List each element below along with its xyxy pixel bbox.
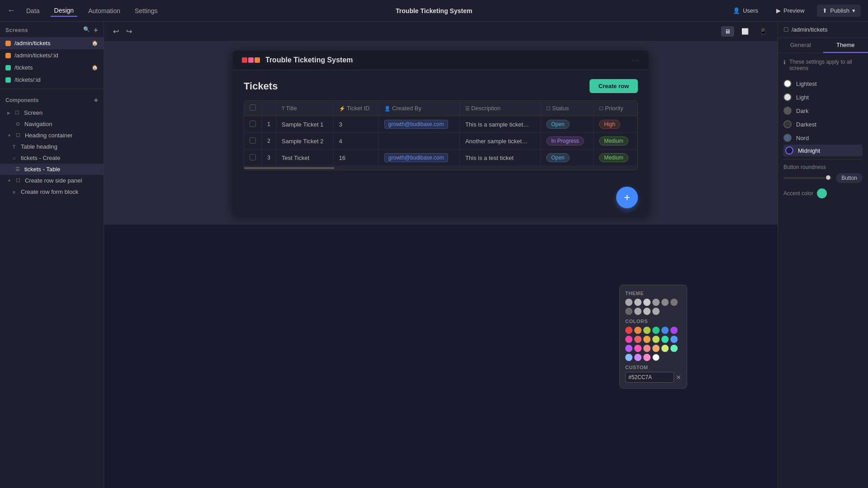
theme-dark[interactable]: Dark [783,104,863,117]
theme-color-4[interactable] [652,299,660,306]
tab-design[interactable]: Design [51,5,78,17]
roundness-slider[interactable] [783,177,832,179]
color-lime2[interactable] [652,336,660,343]
col-status[interactable]: ☐ Status [541,101,594,116]
table-row[interactable]: 1 Sample Ticket 1 3 growth@budibase.com … [244,116,637,133]
screen-item-admin-tickets[interactable]: /admin/tickets 🏠 [0,37,104,49]
table-header-row: T Title ⚡ Ticket ID 👤 Created By ☰ Descr… [244,101,637,116]
color-red2[interactable] [634,336,642,343]
theme-color-1[interactable] [625,299,632,306]
theme-color-3[interactable] [643,299,651,306]
comp-table-heading[interactable]: T Table heading [0,141,104,152]
theme-color-8[interactable] [634,308,642,315]
theme-color-9[interactable] [643,308,651,315]
color-red[interactable] [625,327,632,334]
theme-light[interactable]: Light [783,90,863,104]
canvas-area: ↩ ↪ 🖥 ⬜ 📱 [104,22,778,225]
undo-button[interactable]: ↩ [111,25,121,38]
theme-color-7[interactable] [625,308,632,315]
theme-lightest[interactable]: Lightest [783,77,863,90]
tab-data[interactable]: Data [23,5,43,16]
theme-color-5[interactable] [661,299,669,306]
row-checkbox-cell2[interactable] [244,133,262,150]
comp-create-row-side-panel[interactable]: ▼ ☐ Create row side panel [0,175,104,186]
theme-options: Lightest Light Dark Darkest Nord [783,77,863,156]
col-checkbox[interactable] [244,101,262,116]
color-orange3[interactable] [652,345,660,352]
row-checkbox-cell3[interactable] [244,150,262,166]
custom-color-input[interactable] [625,372,674,383]
redo-button[interactable]: ↪ [124,25,134,38]
col-created-by[interactable]: 👤 Created By [379,101,460,116]
color-teal2[interactable] [661,336,669,343]
color-purple2[interactable] [625,345,632,352]
col-priority[interactable]: ☐ Priority [594,101,637,116]
screen-item-tickets-id[interactable]: /tickets/:id [0,74,104,86]
theme-darkest[interactable]: Darkest [783,117,863,131]
main-layout: Screens 🔍 + /admin/tickets 🏠 /admin/tick… [0,22,868,488]
view-desktop-button[interactable]: 🖥 [721,26,734,37]
row-checkbox[interactable] [250,121,256,127]
color-teal[interactable] [652,327,660,334]
color-purple3[interactable] [634,354,642,361]
add-component-icon[interactable]: + [94,96,98,104]
comp-navigation[interactable]: ⊙ Navigation [0,118,104,130]
back-button[interactable]: ← [7,6,15,15]
table-row[interactable]: 2 Sample Ticket 2 4 Another sample ticke… [244,133,637,150]
publish-button[interactable]: ⬆ Publish ▾ [817,5,861,17]
tab-automation[interactable]: Automation [85,5,124,16]
comp-tickets-create[interactable]: ○ tickets - Create [0,152,104,164]
accent-color-swatch[interactable] [817,188,827,198]
row-checkbox-cell[interactable] [244,116,262,133]
theme-color-10[interactable] [652,308,660,315]
screen-dot-orange [5,41,11,46]
color-white[interactable] [652,354,660,361]
theme-color-2[interactable] [634,299,642,306]
theme-midnight[interactable]: Midnight [783,145,863,156]
color-teal3[interactable] [670,345,678,352]
comp-create-row-form-block[interactable]: ≡ Create row form block [0,186,104,197]
users-button[interactable]: 👤 Users [727,5,764,16]
table-scrollbar[interactable] [244,166,637,170]
color-pink[interactable] [625,336,632,343]
color-orange2[interactable] [643,336,651,343]
theme-nord[interactable]: Nord [783,131,863,145]
fab-area: + [233,179,649,216]
comp-screen[interactable]: ▶ ☐ Screen [0,107,104,118]
header-checkbox[interactable] [250,104,256,111]
col-ticket-id[interactable]: ⚡ Ticket ID [333,101,378,116]
row-checkbox3[interactable] [250,154,256,160]
tab-settings[interactable]: Settings [131,5,161,16]
tab-theme[interactable]: Theme [823,38,868,53]
color-blue[interactable] [661,327,669,334]
comp-tickets-table[interactable]: ☰ tickets - Table [0,164,104,175]
table-row[interactable]: 3 Test Ticket 16 growth@budibase.com Thi… [244,150,637,166]
screen-item-admin-tickets-id[interactable]: /admin/tickets/:id [0,49,104,61]
color-blue3[interactable] [625,354,632,361]
row-checkbox2[interactable] [250,137,256,144]
color-pink2[interactable] [634,345,642,352]
preview-button[interactable]: ▶ Preview [771,5,810,16]
color-orange[interactable] [634,327,642,334]
view-mobile-button[interactable]: 📱 [756,26,770,37]
fab-button[interactable]: + [616,187,638,208]
col-description[interactable]: ☰ Description [460,101,541,116]
color-lime[interactable] [643,327,651,334]
create-row-button[interactable]: Create row [590,79,638,93]
col-title[interactable]: T Title [276,101,334,116]
color-red3[interactable] [643,345,651,352]
comp-heading-container[interactable]: ▼ ☐ Heading container [0,130,104,141]
tab-general[interactable]: General [778,38,823,53]
color-pink3[interactable] [643,354,651,361]
clear-custom-color-button[interactable]: ✕ [676,374,681,381]
canvas-wrapper: ↩ ↪ 🖥 ⬜ 📱 [104,22,778,488]
add-screen-icon[interactable]: + [94,26,98,34]
theme-color-6[interactable] [670,299,678,306]
color-blue2[interactable] [670,336,678,343]
color-lime3[interactable] [661,345,669,352]
search-icon[interactable]: 🔍 [83,26,90,34]
view-tablet-button[interactable]: ⬜ [738,26,752,37]
color-purple[interactable] [670,327,678,334]
screen-item-tickets[interactable]: /tickets 🏠 [0,61,104,74]
header-dots-icon[interactable]: ··· [632,57,640,64]
